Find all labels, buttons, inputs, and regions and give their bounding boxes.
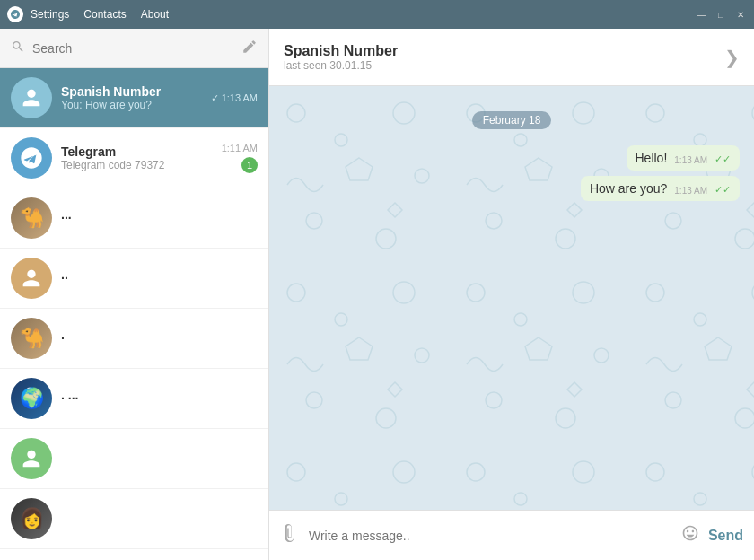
chat-name: · ···	[61, 391, 249, 406]
menu-bar: Settings Contacts About	[31, 8, 695, 21]
chat-info: Spanish Number You: How are you?	[61, 84, 202, 111]
app-logo	[7, 6, 23, 22]
message-bubble-msg2: How are you? 1:13 AM ✓✓	[581, 176, 740, 201]
messages-list: February 18 Hello! 1:13 AM ✓✓ How are yo…	[284, 101, 740, 201]
maximize-button[interactable]: □	[715, 8, 727, 21]
chat-avatar: 🐪	[11, 197, 52, 239]
close-button[interactable]: ✕	[734, 8, 747, 21]
chat-name: Telegram	[61, 144, 213, 159]
chat-info: ··	[61, 271, 249, 285]
chat-avatar: 👩	[11, 498, 52, 539]
chat-avatar	[11, 137, 52, 179]
search-bar	[0, 29, 268, 68]
input-area: Send	[269, 510, 754, 560]
title-bar: Settings Contacts About — □ ✕	[0, 0, 754, 29]
chat-meta: ✓ 1:13 AM	[211, 92, 258, 104]
chat-info: · ···	[61, 391, 249, 406]
chat-list-item-chat5[interactable]: 🐪 ·	[0, 309, 268, 369]
sidebar: Spanish Number You: How are you? ✓ 1:13 …	[0, 29, 269, 560]
date-divider: February 18	[284, 111, 740, 129]
check-icon: ✓✓	[715, 184, 731, 196]
chat-area: Spanish Number last seen 30.01.15 ❯ Febr…	[269, 29, 754, 560]
chat-info: ·	[61, 331, 249, 346]
chat-preview: You: How are you?	[61, 99, 202, 111]
messages-area: February 18 Hello! 1:13 AM ✓✓ How are yo…	[269, 86, 754, 510]
chat-meta: 1:11 AM1	[222, 143, 258, 173]
search-icon	[11, 39, 25, 57]
chat-list-item-chat8[interactable]: 👩	[0, 489, 268, 549]
window-controls: — □ ✕	[695, 8, 747, 21]
chat-list: Spanish Number You: How are you? ✓ 1:13 …	[0, 68, 268, 560]
emoji-icon[interactable]	[681, 524, 699, 547]
chat-list-item-spanish-number[interactable]: Spanish Number You: How are you? ✓ 1:13 …	[0, 68, 268, 128]
menu-about[interactable]: About	[141, 8, 169, 21]
menu-contacts[interactable]: Contacts	[83, 8, 126, 21]
message-wrap-msg2: How are you? 1:13 AM ✓✓	[284, 176, 740, 201]
chat-avatar: 🌍	[11, 378, 52, 419]
send-button[interactable]: Send	[708, 528, 743, 544]
chat-list-item-chat3[interactable]: 🐪 ···	[0, 188, 268, 249]
contact-name: Spanish Number	[284, 43, 398, 59]
bubble-content: How are you? 1:13 AM ✓✓	[590, 181, 731, 196]
bubble-time: 1:13 AM	[674, 186, 707, 196]
message-input[interactable]	[309, 529, 672, 543]
chat-name: ··	[61, 271, 249, 285]
minimize-button[interactable]: —	[695, 8, 707, 21]
chat-avatar	[11, 438, 52, 479]
contact-info: Spanish Number last seen 30.01.15	[284, 43, 398, 72]
bubble-text: Hello!	[636, 151, 668, 165]
chat-list-item-chat7[interactable]	[0, 429, 268, 489]
chat-list-item-chat4[interactable]: ··	[0, 249, 268, 309]
chat-avatar	[11, 77, 52, 118]
chat-list-item-chat6[interactable]: 🌍 · ···	[0, 369, 268, 429]
check-icon: ✓✓	[715, 153, 731, 165]
chat-info: Telegram Telegram code 79372	[61, 144, 213, 171]
attach-icon[interactable]	[280, 523, 300, 548]
chat-name: ···	[61, 211, 249, 225]
message-wrap-msg1: Hello! 1:13 AM ✓✓	[284, 145, 740, 171]
chat-avatar	[11, 258, 52, 299]
chat-list-item-telegram[interactable]: Telegram Telegram code 79372 1:11 AM1	[0, 128, 268, 188]
app-main: Spanish Number You: How are you? ✓ 1:13 …	[0, 29, 754, 560]
message-bubble-msg1: Hello! 1:13 AM ✓✓	[627, 145, 741, 171]
date-pill: February 18	[472, 111, 552, 129]
bubble-content: Hello! 1:13 AM ✓✓	[636, 151, 732, 165]
contact-status: last seen 30.01.15	[284, 59, 398, 72]
chat-avatar: 🐪	[11, 318, 52, 359]
chat-header: Spanish Number last seen 30.01.15 ❯	[269, 29, 754, 86]
bubble-text: How are you?	[590, 181, 667, 196]
chevron-right-icon[interactable]: ❯	[724, 47, 740, 68]
search-input[interactable]	[32, 41, 234, 56]
compose-icon[interactable]	[241, 39, 258, 58]
bubble-time: 1:13 AM	[674, 155, 707, 165]
chat-name: Spanish Number	[61, 84, 202, 99]
menu-settings[interactable]: Settings	[31, 8, 69, 21]
chat-preview: Telegram code 79372	[61, 159, 213, 171]
chat-name: ·	[61, 331, 249, 346]
chat-info: ···	[61, 211, 249, 225]
